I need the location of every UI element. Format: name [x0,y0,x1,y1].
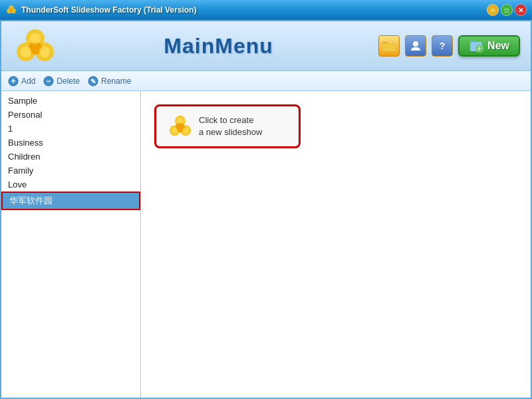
new-button-label: New [487,40,509,52]
svg-point-28 [183,128,189,134]
user-button[interactable] [405,35,426,57]
svg-point-9 [21,47,31,57]
add-label: Add [21,76,35,86]
app-logo-icon [5,4,17,16]
svg-point-27 [172,128,178,134]
add-button[interactable]: + Add [8,76,35,86]
sidebar-item-family[interactable]: Family [1,164,140,178]
maximize-button[interactable]: □ [501,4,513,16]
rename-button[interactable]: ✎ Rename [88,76,131,86]
create-new-line2: a new slideshow [199,126,262,138]
svg-text:✎: ✎ [90,78,96,85]
page-title: MainMenu [164,34,273,59]
sidebar-item-business[interactable]: Business [1,136,140,150]
title-bar: ThunderSoft Slideshow Factory (Trial Ver… [0,0,532,20]
delete-button[interactable]: − Delete [43,76,80,86]
sidebar-item-huajun[interactable]: 华军软件园 [1,192,140,210]
sidebar-item-children[interactable]: Children [1,150,140,164]
svg-text:+: + [477,45,481,53]
window-title: ThunderSoft Slideshow Factory (Trial Ver… [21,5,196,15]
create-new-slideshow-button[interactable]: Click to create a new slideshow [154,104,301,148]
sidebar-item-sample[interactable]: Sample [1,94,140,108]
add-icon: + [8,76,19,86]
close-button[interactable]: ✕ [515,4,527,16]
toolbar: + Add − Delete ✎ Rename [1,71,531,91]
sidebar: Sample Personal 1 Business Children Fami… [1,91,141,398]
minimize-button[interactable]: − [487,4,499,16]
main-panel: Click to create a new slideshow [141,91,531,398]
create-new-line1: Click to create [199,114,262,126]
svg-point-26 [178,118,184,124]
header-clover-icon [15,28,55,65]
header-actions: ? + New [378,35,520,57]
window-controls: − □ ✕ [487,4,527,16]
new-button[interactable]: + New [458,35,520,57]
create-new-text: Click to create a new slideshow [199,114,262,138]
svg-text:+: + [11,76,15,86]
content-area: Sample Personal 1 Business Children Fami… [1,91,531,398]
title-bar-left: ThunderSoft Slideshow Factory (Trial Ver… [5,4,196,16]
folder-button[interactable] [378,35,400,57]
rename-label: Rename [101,76,131,86]
svg-point-3 [9,8,13,12]
delete-label: Delete [57,76,80,86]
svg-point-8 [30,33,41,44]
delete-icon: − [43,76,54,86]
svg-point-12 [413,41,418,47]
sidebar-item-personal[interactable]: Personal [1,108,140,122]
svg-rect-11 [382,43,396,51]
sidebar-item-1[interactable]: 1 [1,122,140,136]
main-window: MainMenu ? [0,20,532,399]
header-logo [12,26,59,66]
create-new-icon [168,114,192,138]
help-button[interactable]: ? [432,35,453,57]
sidebar-item-love[interactable]: Love [1,178,140,192]
svg-text:−: − [47,76,51,86]
svg-point-10 [39,47,50,57]
header-area: MainMenu ? [1,21,531,71]
rename-icon: ✎ [88,76,98,86]
